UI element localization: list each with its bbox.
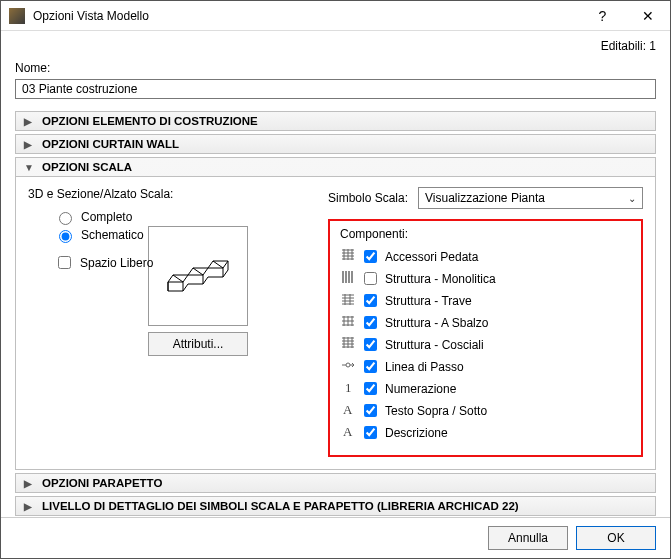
component-checkbox[interactable] [364,294,377,307]
component-checkbox[interactable] [364,382,377,395]
component-checkbox[interactable] [364,316,377,329]
component-checkbox[interactable] [364,404,377,417]
symbol-scala-label: Simbolo Scala: [328,191,408,205]
component-label: Accessori Pedata [385,250,478,264]
component-row: Linea di Passo [340,357,631,376]
scala-3d-label: 3D e Sezione/Alzato Scala: [28,187,328,201]
radio-schematico[interactable] [59,230,72,243]
app-icon [9,8,25,24]
chevron-right-icon: ▶ [24,139,34,150]
panel-scala[interactable]: ▼ OPZIONI SCALA [16,158,655,176]
components-box: Componenti: Accessori PedataStruttura - … [328,219,643,457]
panel-title: OPZIONI ELEMENTO DI COSTRUZIONE [42,115,258,127]
component-label: Struttura - A Sbalzo [385,316,488,330]
component-type-icon [340,313,356,332]
panel-construction[interactable]: ▶ OPZIONI ELEMENTO DI COSTRUZIONE [16,112,655,130]
component-checkbox[interactable] [364,250,377,263]
component-checkbox[interactable] [364,426,377,439]
component-row: Struttura - Cosciali [340,335,631,354]
panel-title: LIVELLO DI DETTAGLIO DEI SIMBOLI SCALA E… [42,500,519,512]
components-title: Componenti: [340,227,631,241]
svg-text:A: A [343,424,353,439]
component-type-icon [340,269,356,288]
name-label: Nome: [15,61,656,75]
component-row: Accessori Pedata [340,247,631,266]
chevron-down-icon: ▼ [24,162,34,173]
symbol-scala-combo[interactable]: Visualizzazione Pianta ⌄ [418,187,643,209]
component-label: Numerazione [385,382,456,396]
component-label: Struttura - Monolitica [385,272,496,286]
component-type-icon: 1 [340,379,356,398]
component-row: Struttura - Trave [340,291,631,310]
ok-button[interactable]: OK [576,526,656,550]
panel-title: OPZIONI CURTAIN WALL [42,138,179,150]
component-row: ADescrizione [340,423,631,442]
radio-schematico-label: Schematico [81,228,144,242]
attributes-button[interactable]: Attributi... [148,332,248,356]
component-label: Struttura - Cosciali [385,338,484,352]
component-label: Linea di Passo [385,360,464,374]
stair-icon [163,251,233,301]
check-spazio-libero[interactable] [58,256,71,269]
svg-text:A: A [343,402,353,417]
component-type-icon: A [340,423,356,442]
close-button[interactable]: ✕ [625,1,670,31]
radio-completo-label: Completo [81,210,132,224]
component-type-icon: A [340,401,356,420]
panel-parapetto[interactable]: ▶ OPZIONI PARAPETTO [16,474,655,492]
component-type-icon [340,247,356,266]
radio-completo[interactable] [59,212,72,225]
stair-preview [148,226,248,326]
help-button[interactable]: ? [580,1,625,31]
component-type-icon [340,335,356,354]
panel-title: OPZIONI SCALA [42,161,132,173]
chevron-down-icon: ⌄ [628,193,636,204]
editable-count: Editabili: 1 [15,39,656,53]
chevron-right-icon: ▶ [24,501,34,512]
check-spazio-label: Spazio Libero [80,256,153,270]
chevron-right-icon: ▶ [24,116,34,127]
name-input[interactable] [15,79,656,99]
component-label: Struttura - Trave [385,294,472,308]
component-type-icon [340,357,356,376]
component-row: ATesto Sopra / Sotto [340,401,631,420]
component-type-icon [340,291,356,310]
component-checkbox[interactable] [364,272,377,285]
component-checkbox[interactable] [364,338,377,351]
cancel-button[interactable]: Annulla [488,526,568,550]
svg-point-30 [346,363,350,367]
component-label: Descrizione [385,426,448,440]
window-title: Opzioni Vista Modello [33,9,580,23]
component-label: Testo Sopra / Sotto [385,404,487,418]
component-row: Struttura - Monolitica [340,269,631,288]
component-checkbox[interactable] [364,360,377,373]
chevron-right-icon: ▶ [24,478,34,489]
panel-title: OPZIONI PARAPETTO [42,477,162,489]
svg-text:1: 1 [345,380,352,395]
component-row: 1Numerazione [340,379,631,398]
panel-curtain[interactable]: ▶ OPZIONI CURTAIN WALL [16,135,655,153]
symbol-scala-value: Visualizzazione Pianta [425,191,545,205]
component-row: Struttura - A Sbalzo [340,313,631,332]
panel-detail-scala[interactable]: ▶ LIVELLO DI DETTAGLIO DEI SIMBOLI SCALA… [16,497,655,515]
